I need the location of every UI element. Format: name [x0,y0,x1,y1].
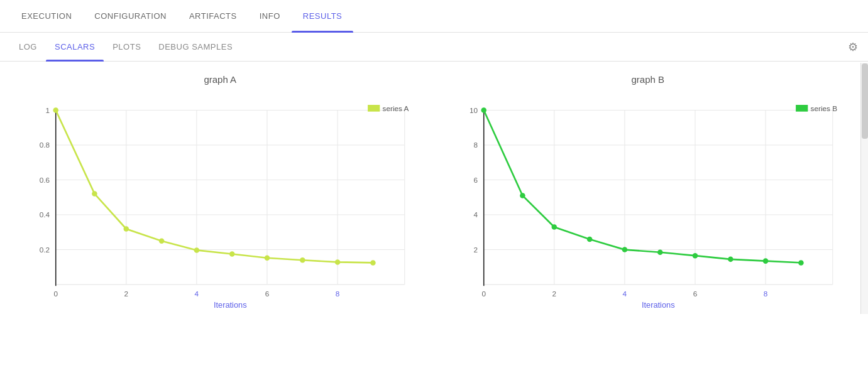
page-scrollbar[interactable] [860,63,868,314]
svg-text:2: 2 [473,246,478,254]
svg-text:10: 10 [470,106,478,114]
svg-point-61 [551,224,557,230]
scrollbar-thumb[interactable] [862,63,868,139]
subnav-debug-samples[interactable]: DEBUG SAMPLES [150,33,241,62]
svg-text:series B: series B [810,104,837,112]
svg-text:6: 6 [265,289,270,298]
svg-rect-69 [796,105,808,112]
svg-text:0.6: 0.6 [40,176,50,184]
subnav-log[interactable]: LOG [10,33,46,62]
svg-point-25 [124,226,129,232]
svg-text:4: 4 [622,289,627,298]
sub-nav: LOG SCALARS PLOTS DEBUG SAMPLES ⚙ [0,33,868,62]
svg-point-31 [335,259,341,265]
svg-point-62 [586,237,592,242]
svg-point-65 [692,253,698,259]
svg-text:0.2: 0.2 [40,246,50,254]
chart-a-wrapper: 1 0.8 0.6 0.4 0.2 0 2 4 6 8 [19,91,422,317]
svg-point-67 [762,258,768,264]
svg-text:6: 6 [473,176,478,184]
chart-graph-a: graph A 1 0.8 [19,74,422,317]
top-nav: EXECUTION CONFIGURATION ARTIFACTS INFO R… [0,0,868,33]
svg-point-27 [194,247,200,253]
svg-point-68 [798,260,804,266]
svg-text:4: 4 [473,210,478,219]
subnav-scalars[interactable]: SCALARS [46,33,104,62]
chart-b-wrapper: 10 8 6 4 2 0 2 4 6 8 [447,91,850,317]
svg-text:0.4: 0.4 [40,210,50,219]
svg-point-32 [370,260,376,266]
svg-text:0: 0 [53,289,58,298]
svg-text:4: 4 [195,289,199,298]
svg-point-23 [53,107,58,113]
settings-gear-icon[interactable]: ⚙ [848,40,858,54]
svg-point-28 [229,251,235,257]
chart-b-title: graph B [447,74,850,85]
nav-results[interactable]: RESULTS [292,0,354,33]
svg-text:8: 8 [336,289,340,298]
svg-text:Iterations: Iterations [214,300,247,310]
svg-text:series A: series A [383,104,409,112]
chart-a-title: graph A [19,74,422,85]
svg-point-59 [481,107,486,113]
nav-execution[interactable]: EXECUTION [10,0,83,33]
svg-point-30 [300,257,305,263]
svg-text:0.8: 0.8 [40,141,50,149]
svg-text:2: 2 [124,289,129,298]
svg-text:8: 8 [763,289,767,298]
svg-point-60 [520,193,525,198]
chart-a-svg: 1 0.8 0.6 0.4 0.2 0 2 4 6 8 [19,91,422,317]
svg-point-63 [622,247,627,252]
svg-rect-33 [368,105,380,112]
svg-text:6: 6 [693,289,697,298]
svg-point-26 [159,238,165,244]
chart-b-svg: 10 8 6 4 2 0 2 4 6 8 [447,91,850,317]
svg-text:2: 2 [552,289,556,298]
nav-info[interactable]: INFO [248,0,292,33]
svg-text:0: 0 [481,289,486,298]
nav-configuration[interactable]: CONFIGURATION [83,0,178,33]
svg-text:8: 8 [473,141,478,149]
svg-point-29 [265,255,270,261]
svg-text:1: 1 [46,106,50,114]
nav-artifacts[interactable]: ARTIFACTS [178,0,248,33]
svg-point-66 [728,257,733,262]
chart-graph-b: graph B 10 [447,74,850,317]
charts-area: graph A 1 0.8 [0,62,868,330]
svg-text:Iterations: Iterations [641,300,674,310]
subnav-plots[interactable]: PLOTS [104,33,150,62]
svg-point-64 [657,249,662,255]
svg-point-24 [92,191,97,197]
